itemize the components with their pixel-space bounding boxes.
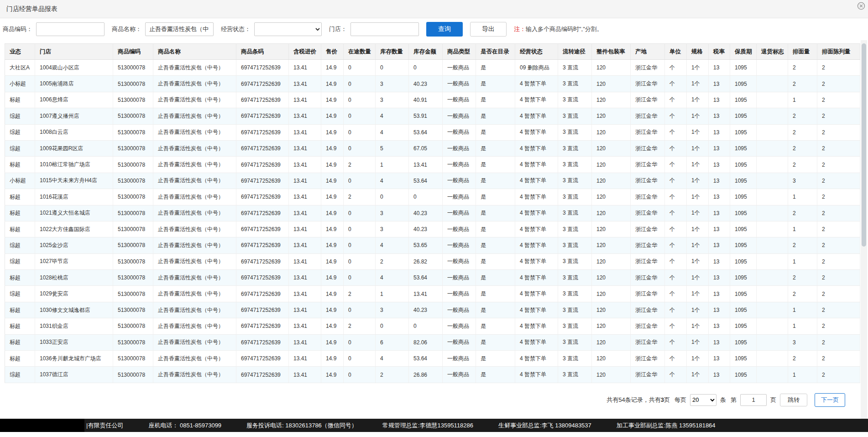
table-cell: 513000078	[113, 157, 153, 173]
table-cell: 1个	[687, 286, 709, 302]
table-row: 综超1008白云店513000078止吾香薰活性炭包（中号）6974717252…	[5, 124, 860, 140]
table-cell: 53.65	[409, 237, 443, 253]
table-cell: 1个	[687, 205, 709, 221]
page-size-select[interactable]: 20	[690, 394, 716, 406]
table-cell: 1个	[687, 270, 709, 286]
table-cell: 53.64	[409, 351, 443, 367]
table-cell: 13	[709, 334, 730, 350]
table-cell: 120	[592, 270, 631, 286]
store-input[interactable]	[350, 22, 419, 36]
product-code-input[interactable]	[36, 22, 105, 36]
table-cell: 2	[817, 334, 860, 350]
table-cell: 120	[592, 92, 631, 108]
table-cell: 4 暂禁下单	[515, 351, 558, 367]
table-cell: 120	[592, 351, 631, 367]
table-cell: 3	[376, 205, 409, 221]
table-cell: 1个	[687, 367, 709, 383]
table-cell: 0	[344, 76, 376, 92]
table-cell: 120	[592, 124, 631, 140]
table-cell: 2	[376, 367, 409, 383]
product-name-input[interactable]	[145, 22, 214, 36]
note-prefix: 注：	[514, 26, 526, 32]
page-number-input[interactable]	[740, 394, 767, 406]
table-cell: 个	[665, 318, 687, 334]
column-header: 是否在目录	[476, 44, 515, 60]
table-cell: 13	[709, 140, 730, 156]
table-cell: 14.9	[321, 351, 344, 367]
table-cell: 4 暂禁下单	[515, 318, 558, 334]
table-cell: 3 直流	[558, 351, 592, 367]
table-cell: 0	[344, 140, 376, 156]
table-cell: 0	[344, 173, 376, 189]
table-cell: 一般商品	[443, 351, 476, 367]
table-cell: 标超	[5, 157, 35, 173]
table-cell: 0	[344, 270, 376, 286]
table-cell: 6974717252639	[236, 189, 289, 205]
table-cell: 1095	[730, 351, 757, 367]
table-cell: 3 直流	[558, 60, 592, 76]
table-cell	[757, 189, 788, 205]
table-cell: 1029瓮安店	[35, 286, 113, 302]
table-cell: 13.41	[409, 286, 443, 302]
table-cell: 1个	[687, 351, 709, 367]
scrollbar-thumb[interactable]	[862, 43, 866, 247]
table-cell: 14.9	[321, 108, 344, 124]
table-cell: 513000078	[113, 237, 153, 253]
table-cell: 2	[817, 351, 860, 367]
table-cell: 13.41	[289, 173, 321, 189]
table-cell: 一般商品	[443, 173, 476, 189]
table-cell: 浙江金华	[631, 124, 665, 140]
table-cell: 2	[817, 189, 860, 205]
table-cell: 止吾香薰活性炭包（中号）	[153, 367, 236, 383]
table-cell: 浙江金华	[631, 302, 665, 318]
table-cell: 是	[476, 253, 515, 269]
jump-button[interactable]: 跳转	[780, 394, 807, 406]
query-button[interactable]: 查询	[426, 22, 463, 37]
table-cell: 1095	[730, 221, 757, 237]
table-cell: 大社区A	[5, 60, 35, 76]
footer-contact-item: 服务投诉电话: 18302613786（微信同号）	[246, 421, 357, 430]
product-code-label: 商品编码：	[3, 25, 32, 33]
table-cell: 4 暂禁下单	[515, 124, 558, 140]
table-cell: 是	[476, 286, 515, 302]
table-cell: 浙江金华	[631, 334, 665, 350]
table-cell: 1004观山小区店	[35, 60, 113, 76]
table-cell: 1095	[730, 318, 757, 334]
table-cell: 标超	[5, 318, 35, 334]
table-cell: 1	[788, 221, 817, 237]
table-cell: 一般商品	[443, 302, 476, 318]
footer-contact-item: 生鲜事业部总监:李飞 13809483537	[498, 421, 591, 430]
table-cell: 2	[788, 108, 817, 124]
table-cell: 14.9	[321, 237, 344, 253]
table-cell: 513000078	[113, 334, 153, 350]
table-cell: 标超	[5, 270, 35, 286]
table-cell	[757, 140, 788, 156]
status-select[interactable]	[254, 22, 322, 36]
table-row: 标超1033正安店513000078止吾香薰活性炭包（中号）6974717252…	[5, 334, 860, 350]
table-cell: 6974717252639	[236, 253, 289, 269]
table-cell: 13.41	[289, 140, 321, 156]
close-icon[interactable]	[857, 2, 865, 10]
table-cell: 0	[344, 237, 376, 253]
export-button[interactable]: 导出	[470, 22, 507, 37]
table-cell: 止吾香薰活性炭包（中号）	[153, 205, 236, 221]
table-cell: 14.9	[321, 124, 344, 140]
product-name-label: 商品名称：	[112, 25, 141, 33]
table-cell: 4	[376, 270, 409, 286]
table-cell: 标超	[5, 189, 35, 205]
vertical-scrollbar[interactable]	[861, 40, 867, 432]
table-cell: 120	[592, 367, 631, 383]
next-page-button[interactable]: 下一页	[815, 393, 845, 407]
table-cell: 标超	[5, 302, 35, 318]
table-cell: 120	[592, 60, 631, 76]
table-cell: 2	[817, 173, 860, 189]
table-cell: 浙江金华	[631, 189, 665, 205]
table-cell: 120	[592, 189, 631, 205]
table-cell: 3 直流	[558, 270, 592, 286]
table-cell: 浙江金华	[631, 173, 665, 189]
table-cell: 513000078	[113, 124, 153, 140]
table-cell: 1个	[687, 157, 709, 173]
table-cell: 6974717252639	[236, 205, 289, 221]
table-cell: 1095	[730, 140, 757, 156]
table-cell: 4 暂禁下单	[515, 334, 558, 350]
